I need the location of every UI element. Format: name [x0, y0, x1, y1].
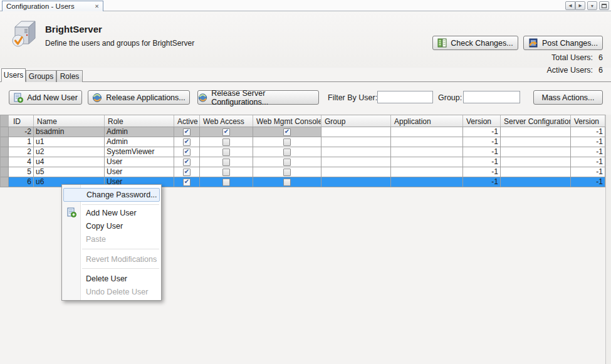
- cell-application: [391, 137, 463, 147]
- active-checkbox[interactable]: [174, 167, 200, 177]
- cell-server-version: -1: [571, 157, 605, 167]
- total-users-stat: Total Users: 6: [551, 53, 603, 62]
- cell-group: [321, 167, 391, 177]
- col-header-application[interactable]: Application: [391, 115, 463, 127]
- cell-version: -1: [463, 147, 501, 157]
- menu-item-undo-delete-user: Undo Delete User: [62, 285, 161, 298]
- release-applications-button[interactable]: Release Applications...: [88, 90, 190, 105]
- post-changes-button[interactable]: Post Changes...: [523, 36, 603, 50]
- col-header-server-configuration[interactable]: Server Configuration: [501, 115, 571, 127]
- col-header-id[interactable]: ID: [9, 115, 34, 127]
- release-applications-label: Release Applications...: [106, 93, 185, 102]
- cell-application: [391, 177, 463, 187]
- cell-role: Admin: [105, 127, 174, 137]
- page-subtitle: Define the users and groups for BrightSe…: [45, 39, 194, 48]
- web-mgmt-console-checkbox[interactable]: [253, 157, 321, 167]
- web-mgmt-console-checkbox[interactable]: [253, 137, 321, 147]
- col-header-group[interactable]: Group: [321, 115, 391, 127]
- cell-server-version: -1: [571, 177, 605, 187]
- cell-server-configuration: [501, 177, 571, 187]
- web-mgmt-console-checkbox[interactable]: [253, 167, 321, 177]
- group-filter-label: Group:: [438, 93, 462, 102]
- post-changes-icon: [528, 38, 538, 48]
- cell-name: u2: [34, 147, 105, 157]
- cell-server-configuration: [501, 157, 571, 167]
- filter-by-user-label: Filter By User:: [328, 93, 377, 102]
- cell-group: [321, 147, 391, 157]
- cell-version: -1: [463, 127, 501, 137]
- tab-users[interactable]: Users: [1, 68, 26, 82]
- cell-id: 1: [9, 137, 34, 147]
- menu-item-revert-modifications: Revert Modifications: [62, 252, 161, 266]
- col-header-role[interactable]: Role: [105, 115, 174, 127]
- scroll-tabs-left-button[interactable]: ◀: [565, 1, 575, 10]
- cell-version: -1: [463, 177, 501, 187]
- maximize-button[interactable]: [599, 1, 609, 10]
- table-row[interactable]: -2 bsadmin Admin -1 -1: [0, 127, 605, 137]
- web-access-checkbox[interactable]: [200, 137, 253, 147]
- row-header-gutter: [1, 115, 9, 127]
- col-header-web-mgmt-console[interactable]: Web Mgmt Console: [253, 115, 321, 127]
- cell-role: Admin: [105, 137, 174, 147]
- web-access-checkbox[interactable]: [200, 127, 253, 137]
- web-mgmt-console-checkbox[interactable]: [253, 127, 321, 137]
- group-filter-input[interactable]: [463, 91, 520, 103]
- menu-item-paste: Paste: [62, 232, 161, 246]
- web-access-checkbox[interactable]: [200, 167, 253, 177]
- cell-role: User: [105, 157, 174, 167]
- web-mgmt-console-checkbox[interactable]: [253, 147, 321, 157]
- check-changes-button[interactable]: Check Changes...: [432, 36, 518, 50]
- col-header-name[interactable]: Name: [34, 115, 105, 127]
- tab-groups-label: Groups: [29, 72, 53, 81]
- tab-groups[interactable]: Groups: [26, 70, 56, 82]
- web-access-checkbox[interactable]: [200, 157, 253, 167]
- menu-item-copy-user[interactable]: Copy User: [62, 219, 161, 232]
- close-icon[interactable]: ✕: [95, 4, 99, 9]
- col-header-server-version[interactable]: Version: [571, 115, 605, 127]
- check-changes-label: Check Changes...: [451, 39, 513, 48]
- col-header-version[interactable]: Version: [463, 115, 501, 127]
- active-checkbox[interactable]: [174, 137, 200, 147]
- cell-version: -1: [463, 167, 501, 177]
- menu-item-change-password[interactable]: Change Password...: [63, 188, 160, 202]
- document-tab-bar: Configuration - Users ✕ ◀ ▶ ▼: [0, 0, 611, 11]
- tab-roles-label: Roles: [60, 72, 80, 81]
- cell-application: [391, 157, 463, 167]
- menu-separator: [82, 249, 159, 249]
- table-row[interactable]: 1 u1 Admin -1 -1: [0, 137, 605, 147]
- table-row[interactable]: 4 u4 User -1 -1: [0, 157, 605, 167]
- web-access-checkbox[interactable]: [200, 147, 253, 157]
- menu-item-add-new-user[interactable]: Add New User: [62, 206, 161, 219]
- col-header-active[interactable]: Active: [174, 115, 200, 127]
- chevron-down-icon: ▼: [590, 4, 594, 8]
- release-icon: [92, 93, 102, 103]
- tab-list-dropdown-button[interactable]: ▼: [587, 1, 597, 10]
- scroll-tabs-right-button[interactable]: ▶: [575, 1, 585, 10]
- web-access-checkbox[interactable]: [200, 177, 253, 187]
- table-row[interactable]: 5 u5 User -1 -1: [0, 167, 605, 177]
- add-new-user-button[interactable]: Add New User: [9, 90, 82, 105]
- total-users-label: Total Users:: [551, 53, 593, 62]
- active-checkbox[interactable]: [174, 157, 200, 167]
- tab-configuration-users[interactable]: Configuration - Users ✕: [2, 1, 103, 11]
- cell-server-version: -1: [571, 127, 605, 137]
- cell-server-version: -1: [571, 137, 605, 147]
- cell-server-version: -1: [571, 167, 605, 177]
- active-checkbox[interactable]: [174, 177, 200, 187]
- active-checkbox[interactable]: [174, 147, 200, 157]
- vertical-scrollbar-track[interactable]: [605, 115, 611, 364]
- tab-roles[interactable]: Roles: [56, 70, 83, 82]
- section-tab-bar: Users Groups Roles: [0, 68, 611, 82]
- cell-name: u4: [34, 157, 105, 167]
- filter-by-user-input[interactable]: [377, 91, 433, 103]
- mass-actions-button[interactable]: Mass Actions...: [533, 90, 603, 105]
- table-row[interactable]: 2 u2 SystemViewer -1 -1: [0, 147, 605, 157]
- col-header-web-access[interactable]: Web Access: [200, 115, 253, 127]
- cell-role: SystemViewer: [105, 147, 174, 157]
- active-checkbox[interactable]: [174, 127, 200, 137]
- release-server-configurations-button[interactable]: Release Server Configurations...: [197, 90, 319, 105]
- cell-group: [321, 137, 391, 147]
- page-title: BrightServer: [45, 24, 102, 34]
- web-mgmt-console-checkbox[interactable]: [253, 177, 321, 187]
- menu-item-delete-user[interactable]: Delete User: [62, 272, 161, 285]
